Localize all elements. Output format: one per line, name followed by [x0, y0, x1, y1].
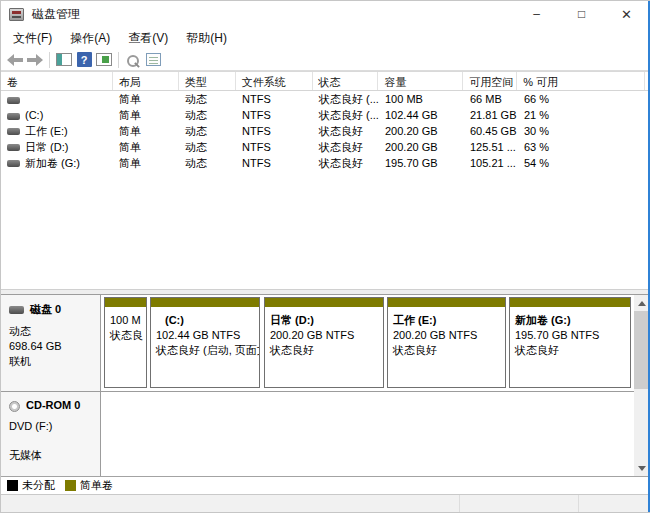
legend-unallocated-label: 未分配	[22, 478, 55, 493]
menu-help[interactable]: 帮助(H)	[177, 27, 236, 50]
disk-status: 联机	[9, 354, 94, 369]
menu-action[interactable]: 操作(A)	[61, 27, 119, 50]
column-header-pct-free[interactable]: % 可用	[517, 72, 645, 90]
partition-size: 102.44 GB NTFS	[151, 328, 259, 343]
column-header-volume[interactable]: 卷	[1, 72, 113, 90]
volume-name: (C:)	[25, 109, 43, 121]
show-action-pane-icon[interactable]	[95, 51, 113, 68]
cdrom-0-track	[101, 392, 634, 476]
menu-bar: 文件(F) 操作(A) 查看(V) 帮助(H)	[1, 27, 650, 49]
export-list-icon[interactable]	[144, 51, 162, 68]
volume-name: 新加卷 (G:)	[25, 157, 80, 169]
close-button[interactable]: ✕	[604, 1, 649, 27]
column-header-layout[interactable]: 布局	[113, 72, 179, 90]
volume-free: 21.81 GB	[464, 109, 518, 121]
volume-disk-icon	[7, 97, 20, 104]
scroll-down-icon[interactable]	[634, 460, 649, 476]
toolbar-separator	[118, 52, 119, 68]
maximize-button[interactable]: □	[559, 1, 604, 27]
partition-status: 状态良好 (启动, 页面文	[151, 343, 259, 358]
legend-simple-volume-label: 简单卷	[80, 478, 113, 493]
volume-pct-free: 66 %	[518, 93, 646, 105]
volume-free: 60.45 GB	[464, 125, 518, 137]
toolbar-separator	[49, 52, 50, 68]
volume-capacity: 200.20 GB	[379, 141, 464, 153]
status-bar	[1, 495, 650, 513]
volume-row[interactable]: 简单 动态 NTFS 状态良好 (... 100 MB 66 MB 66 %	[1, 91, 650, 107]
simple-volume-color-bar	[105, 298, 146, 308]
partition-name: 工作 (E:)	[388, 313, 505, 328]
disk-0-row: 磁盘 0 动态 698.64 GB 联机 100 M 状态良 (C:) 102.…	[1, 295, 634, 392]
volume-capacity: 100 MB	[379, 93, 464, 105]
volume-free: 105.21 ...	[464, 157, 518, 169]
volume-filesystem: NTFS	[236, 157, 313, 169]
column-header-filesystem[interactable]: 文件系统	[236, 72, 313, 90]
partition-status: 状态良	[105, 328, 146, 343]
graphical-view-pane: 磁盘 0 动态 698.64 GB 联机 100 M 状态良 (C:) 102.…	[1, 295, 650, 476]
partition-status: 状态良好	[265, 343, 383, 358]
volume-row[interactable]: (C:) 简单 动态 NTFS 状态良好 (... 102.44 GB 21.8…	[1, 107, 650, 123]
minimize-button[interactable]: –	[514, 1, 559, 27]
partition-g[interactable]: 新加卷 (G:) 195.70 GB NTFS 状态良好	[509, 297, 631, 388]
partition-size: 100 M	[105, 313, 146, 328]
menu-view[interactable]: 查看(V)	[119, 27, 177, 50]
menu-file[interactable]: 文件(F)	[4, 27, 61, 50]
partition-name: (C:)	[151, 313, 259, 328]
volume-row[interactable]: 日常 (D:) 简单 动态 NTFS 状态良好 200.20 GB 125.51…	[1, 139, 650, 155]
column-header-type[interactable]: 类型	[179, 72, 236, 90]
disk-icon	[9, 306, 24, 314]
volume-row[interactable]: 新加卷 (G:) 简单 动态 NTFS 状态良好 195.70 GB 105.2…	[1, 155, 650, 171]
column-header-capacity[interactable]: 容量	[378, 72, 463, 90]
partition-name: 新加卷 (G:)	[510, 313, 630, 328]
volume-free: 66 MB	[464, 93, 518, 105]
help-icon[interactable]: ?	[75, 51, 93, 68]
partition-system[interactable]: 100 M 状态良	[104, 297, 147, 388]
magnifier-icon[interactable]	[124, 51, 142, 68]
volume-filesystem: NTFS	[236, 125, 313, 137]
disk-0-label[interactable]: 磁盘 0 动态 698.64 GB 联机	[1, 295, 101, 391]
volume-status: 状态良好	[313, 156, 379, 171]
volume-capacity: 200.20 GB	[379, 125, 464, 137]
disk-management-window: 磁盘管理 – □ ✕ 文件(F) 操作(A) 查看(V) 帮助(H) ? 卷 布…	[0, 0, 650, 513]
volume-pct-free: 30 %	[518, 125, 646, 137]
volume-type: 动态	[179, 92, 236, 107]
cdrom-0-label[interactable]: CD-ROM 0 DVD (F:) 无媒体	[1, 392, 101, 476]
volume-layout: 简单	[113, 156, 179, 171]
column-header-free[interactable]: 可用空间	[463, 72, 517, 90]
simple-volume-color-bar	[265, 298, 383, 308]
volume-filesystem: NTFS	[236, 141, 313, 153]
simple-volume-color-bar	[151, 298, 259, 308]
status-bar-section	[459, 495, 578, 513]
volume-capacity: 102.44 GB	[379, 109, 464, 121]
partition-e[interactable]: 工作 (E:) 200.20 GB NTFS 状态良好	[387, 297, 506, 388]
partition-name: 日常 (D:)	[265, 313, 383, 328]
volume-layout: 简单	[113, 108, 179, 123]
show-console-tree-icon[interactable]	[55, 51, 73, 68]
volume-disk-icon	[7, 128, 20, 135]
cdrom-media-status: 无媒体	[9, 448, 94, 463]
forward-icon[interactable]	[26, 51, 44, 68]
legend-bar: 未分配 简单卷	[1, 476, 650, 495]
cdrom-drive: DVD (F:)	[9, 419, 94, 434]
title-bar[interactable]: 磁盘管理 – □ ✕	[1, 1, 650, 27]
volume-layout: 简单	[113, 124, 179, 139]
partition-status: 状态良好	[388, 343, 505, 358]
volume-type: 动态	[179, 140, 236, 155]
simple-volume-color-bar	[388, 298, 505, 308]
scroll-up-icon[interactable]	[634, 295, 649, 311]
volume-status: 状态良好	[313, 140, 379, 155]
partition-status: 状态良好	[510, 343, 630, 358]
toolbar: ?	[1, 49, 650, 71]
scrollbar-thumb[interactable]	[634, 311, 649, 389]
partition-c[interactable]: (C:) 102.44 GB NTFS 状态良好 (启动, 页面文	[150, 297, 260, 388]
partition-size: 200.20 GB NTFS	[388, 328, 505, 343]
volume-name: 工作 (E:)	[25, 125, 68, 137]
back-icon[interactable]	[6, 51, 24, 68]
volume-row[interactable]: 工作 (E:) 简单 动态 NTFS 状态良好 200.20 GB 60.45 …	[1, 123, 650, 139]
vertical-scrollbar[interactable]	[634, 295, 649, 476]
volume-disk-icon	[7, 160, 20, 167]
partition-d[interactable]: 日常 (D:) 200.20 GB NTFS 状态良好	[264, 297, 384, 388]
column-header-status[interactable]: 状态	[313, 72, 379, 90]
volume-filesystem: NTFS	[236, 109, 313, 121]
volume-free: 125.51 ...	[464, 141, 518, 153]
